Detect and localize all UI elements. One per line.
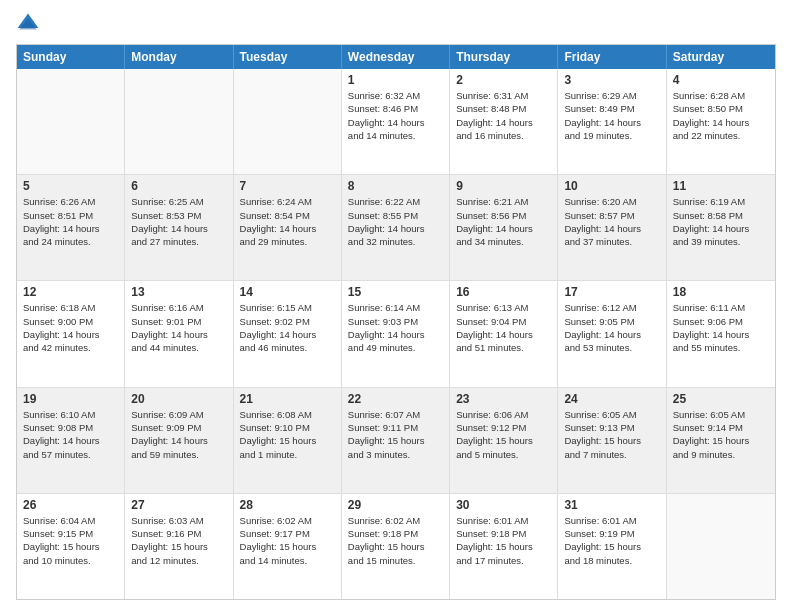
day-number: 27	[131, 498, 226, 512]
cell-line: and 39 minutes.	[673, 235, 769, 248]
calendar-row: 12Sunrise: 6:18 AMSunset: 9:00 PMDayligh…	[17, 281, 775, 387]
cell-line: Sunset: 8:48 PM	[456, 102, 551, 115]
cell-line: Sunrise: 6:31 AM	[456, 89, 551, 102]
cell-line: Sunset: 8:56 PM	[456, 209, 551, 222]
calendar-cell: 25Sunrise: 6:05 AMSunset: 9:14 PMDayligh…	[667, 388, 775, 493]
calendar-cell	[234, 69, 342, 174]
cell-line: Daylight: 14 hours	[240, 222, 335, 235]
cell-line: Daylight: 15 hours	[348, 540, 443, 553]
cell-line: Sunrise: 6:28 AM	[673, 89, 769, 102]
calendar-cell: 23Sunrise: 6:06 AMSunset: 9:12 PMDayligh…	[450, 388, 558, 493]
cell-line: Sunset: 8:57 PM	[564, 209, 659, 222]
day-number: 1	[348, 73, 443, 87]
cell-line: Daylight: 14 hours	[23, 434, 118, 447]
cell-line: Sunrise: 6:21 AM	[456, 195, 551, 208]
day-number: 24	[564, 392, 659, 406]
cell-line: Sunrise: 6:01 AM	[564, 514, 659, 527]
day-number: 11	[673, 179, 769, 193]
cell-line: and 57 minutes.	[23, 448, 118, 461]
calendar-header: SundayMondayTuesdayWednesdayThursdayFrid…	[17, 45, 775, 69]
day-number: 22	[348, 392, 443, 406]
cell-line: and 16 minutes.	[456, 129, 551, 142]
cell-line: Sunset: 9:00 PM	[23, 315, 118, 328]
calendar-cell: 4Sunrise: 6:28 AMSunset: 8:50 PMDaylight…	[667, 69, 775, 174]
cell-line: Sunrise: 6:11 AM	[673, 301, 769, 314]
cell-line: Daylight: 14 hours	[564, 222, 659, 235]
cell-line: Daylight: 14 hours	[131, 328, 226, 341]
cell-line: and 46 minutes.	[240, 341, 335, 354]
cell-line: Sunrise: 6:05 AM	[673, 408, 769, 421]
cell-line: Daylight: 14 hours	[131, 434, 226, 447]
weekday-header: Wednesday	[342, 45, 450, 69]
logo	[16, 12, 44, 36]
calendar-cell: 12Sunrise: 6:18 AMSunset: 9:00 PMDayligh…	[17, 281, 125, 386]
cell-line: Sunrise: 6:22 AM	[348, 195, 443, 208]
cell-line: Sunset: 9:13 PM	[564, 421, 659, 434]
calendar-cell: 9Sunrise: 6:21 AMSunset: 8:56 PMDaylight…	[450, 175, 558, 280]
day-number: 25	[673, 392, 769, 406]
header	[16, 12, 776, 36]
cell-line: Sunset: 9:18 PM	[348, 527, 443, 540]
cell-line: Daylight: 15 hours	[564, 434, 659, 447]
cell-line: Sunset: 9:05 PM	[564, 315, 659, 328]
cell-line: Daylight: 14 hours	[240, 328, 335, 341]
calendar-cell: 1Sunrise: 6:32 AMSunset: 8:46 PMDaylight…	[342, 69, 450, 174]
cell-line: Sunset: 9:10 PM	[240, 421, 335, 434]
cell-line: Sunrise: 6:24 AM	[240, 195, 335, 208]
calendar: SundayMondayTuesdayWednesdayThursdayFrid…	[16, 44, 776, 600]
calendar-cell: 11Sunrise: 6:19 AMSunset: 8:58 PMDayligh…	[667, 175, 775, 280]
day-number: 19	[23, 392, 118, 406]
cell-line: and 53 minutes.	[564, 341, 659, 354]
day-number: 21	[240, 392, 335, 406]
day-number: 8	[348, 179, 443, 193]
cell-line: Daylight: 14 hours	[23, 328, 118, 341]
calendar-cell: 18Sunrise: 6:11 AMSunset: 9:06 PMDayligh…	[667, 281, 775, 386]
cell-line: and 1 minute.	[240, 448, 335, 461]
cell-line: and 55 minutes.	[673, 341, 769, 354]
cell-line: and 44 minutes.	[131, 341, 226, 354]
calendar-cell: 31Sunrise: 6:01 AMSunset: 9:19 PMDayligh…	[558, 494, 666, 599]
calendar-cell: 22Sunrise: 6:07 AMSunset: 9:11 PMDayligh…	[342, 388, 450, 493]
weekday-header: Tuesday	[234, 45, 342, 69]
weekday-header: Thursday	[450, 45, 558, 69]
calendar-cell: 20Sunrise: 6:09 AMSunset: 9:09 PMDayligh…	[125, 388, 233, 493]
cell-line: Daylight: 14 hours	[456, 222, 551, 235]
cell-line: and 27 minutes.	[131, 235, 226, 248]
cell-line: Sunrise: 6:32 AM	[348, 89, 443, 102]
cell-line: and 29 minutes.	[240, 235, 335, 248]
cell-line: Sunrise: 6:08 AM	[240, 408, 335, 421]
calendar-cell: 21Sunrise: 6:08 AMSunset: 9:10 PMDayligh…	[234, 388, 342, 493]
day-number: 3	[564, 73, 659, 87]
day-number: 12	[23, 285, 118, 299]
calendar-cell: 10Sunrise: 6:20 AMSunset: 8:57 PMDayligh…	[558, 175, 666, 280]
day-number: 20	[131, 392, 226, 406]
cell-line: and 17 minutes.	[456, 554, 551, 567]
calendar-cell: 15Sunrise: 6:14 AMSunset: 9:03 PMDayligh…	[342, 281, 450, 386]
cell-line: and 34 minutes.	[456, 235, 551, 248]
cell-line: and 32 minutes.	[348, 235, 443, 248]
cell-line: Sunrise: 6:13 AM	[456, 301, 551, 314]
calendar-cell: 8Sunrise: 6:22 AMSunset: 8:55 PMDaylight…	[342, 175, 450, 280]
day-number: 7	[240, 179, 335, 193]
cell-line: Sunset: 8:55 PM	[348, 209, 443, 222]
cell-line: Sunrise: 6:12 AM	[564, 301, 659, 314]
cell-line: Sunset: 9:19 PM	[564, 527, 659, 540]
cell-line: and 49 minutes.	[348, 341, 443, 354]
cell-line: Sunset: 8:53 PM	[131, 209, 226, 222]
cell-line: Sunrise: 6:05 AM	[564, 408, 659, 421]
cell-line: Sunset: 8:46 PM	[348, 102, 443, 115]
calendar-cell	[125, 69, 233, 174]
cell-line: Sunset: 9:08 PM	[23, 421, 118, 434]
calendar-cell: 3Sunrise: 6:29 AMSunset: 8:49 PMDaylight…	[558, 69, 666, 174]
cell-line: Sunset: 9:11 PM	[348, 421, 443, 434]
day-number: 2	[456, 73, 551, 87]
calendar-cell: 26Sunrise: 6:04 AMSunset: 9:15 PMDayligh…	[17, 494, 125, 599]
cell-line: and 10 minutes.	[23, 554, 118, 567]
cell-line: and 51 minutes.	[456, 341, 551, 354]
cell-line: Daylight: 14 hours	[456, 116, 551, 129]
calendar-cell: 14Sunrise: 6:15 AMSunset: 9:02 PMDayligh…	[234, 281, 342, 386]
calendar-row: 5Sunrise: 6:26 AMSunset: 8:51 PMDaylight…	[17, 175, 775, 281]
calendar-cell: 13Sunrise: 6:16 AMSunset: 9:01 PMDayligh…	[125, 281, 233, 386]
cell-line: Sunset: 9:03 PM	[348, 315, 443, 328]
cell-line: Daylight: 15 hours	[240, 540, 335, 553]
